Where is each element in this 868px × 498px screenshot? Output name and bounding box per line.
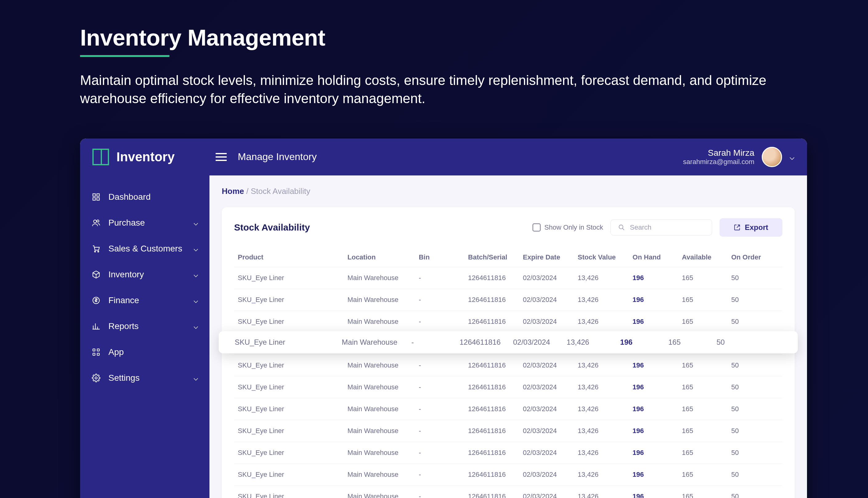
cell-stock-value: 13,426 [574, 267, 629, 289]
sidebar-item-app[interactable]: App [80, 339, 209, 365]
cell-stock-value: 13,426 [574, 289, 629, 311]
table-row[interactable]: SKU_Eye LinerMain Warehouse-126461181602… [234, 420, 782, 442]
cell-on-hand: 196 [629, 354, 678, 376]
cell-expire: 02/03/2024 [519, 289, 574, 311]
table-row[interactable]: SKU_Eye LinerMain Warehouse-126461181602… [234, 289, 782, 311]
cell-expire: 02/03/2024 [519, 267, 574, 289]
sidebar-item-label: Finance [108, 296, 186, 305]
cell-location: Main Warehouse [344, 463, 415, 485]
table-row[interactable]: SKU_Eye LinerMain Warehouse-126461181602… [234, 354, 782, 376]
chevron-down-icon: ⌵ [193, 373, 199, 383]
cell-bin: - [411, 338, 460, 346]
cell-location: Main Warehouse [344, 485, 415, 498]
col-location[interactable]: Location [344, 248, 415, 267]
cell-batch: 1264611816 [464, 442, 519, 463]
sidebar-item-inventory[interactable]: Inventory⌵ [80, 262, 209, 287]
svg-rect-1 [97, 194, 99, 196]
content-area: Home / Stock Availability Stock Availabi… [209, 175, 807, 498]
svg-rect-11 [93, 353, 95, 355]
app-shell: Inventory Manage Inventory Sarah Mirza s… [80, 139, 807, 498]
col-on-hand[interactable]: On Hand [629, 248, 678, 267]
cell-on-order: 50 [728, 267, 782, 289]
cell-bin: - [415, 420, 464, 442]
cell-stock-value: 13,426 [574, 463, 629, 485]
cell-on-hand: 196 [629, 267, 678, 289]
cell-location: Main Warehouse [342, 338, 411, 346]
cell-expire: 02/03/2024 [519, 354, 574, 376]
cell-available: 165 [678, 442, 728, 463]
cell-available: 165 [668, 338, 716, 346]
cell-available: 165 [678, 398, 728, 420]
cell-on-hand: 196 [629, 311, 678, 332]
panel-title: Stock Availability [234, 222, 525, 233]
sidebar-item-settings[interactable]: Settings⌵ [80, 365, 209, 391]
user-menu[interactable]: Sarah Mirza sarahmirza@gmail.com ⌵ [683, 147, 795, 167]
svg-rect-0 [93, 194, 95, 196]
search-input[interactable]: Search [611, 220, 712, 235]
user-name: Sarah Mirza [683, 148, 754, 158]
table-row[interactable]: SKU_Eye LinerMain Warehouse-126461181602… [234, 376, 782, 398]
cell-expire: 02/03/2024 [519, 442, 574, 463]
svg-rect-2 [93, 198, 95, 200]
table-row[interactable]: SKU_Eye LinerMain Warehouse-126461181602… [234, 463, 782, 485]
col-batch-serial[interactable]: Batch/Serial [464, 248, 519, 267]
checkbox-icon [533, 223, 540, 232]
hamburger-menu-button[interactable] [216, 153, 227, 161]
breadcrumb: Home / Stock Availability [222, 186, 795, 196]
col-on-order[interactable]: On Order [728, 248, 782, 267]
cell-on-order: 50 [728, 485, 782, 498]
sidebar-item-sales-customers[interactable]: Sales & Customers⌵ [80, 236, 209, 262]
cell-batch: 1264611816 [464, 420, 519, 442]
chevron-down-icon: ⌵ [193, 218, 199, 227]
cell-location: Main Warehouse [344, 442, 415, 463]
col-stock-value[interactable]: Stock Value [574, 248, 629, 267]
stock-table: ProductLocationBinBatch/SerialExpire Dat… [234, 248, 782, 498]
breadcrumb-current: Stock Availability [251, 186, 310, 196]
table-row[interactable]: SKU_Eye LinerMain Warehouse-126461181602… [234, 267, 782, 289]
cell-available: 165 [678, 354, 728, 376]
cell-on-order: 50 [728, 311, 782, 332]
page-section-title: Manage Inventory [238, 151, 683, 162]
cell-on-order: 50 [728, 376, 782, 398]
cell-stock-value: 13,426 [567, 338, 620, 346]
breadcrumb-home[interactable]: Home [222, 186, 244, 196]
reports-icon [91, 321, 101, 331]
cell-expire: 02/03/2024 [519, 376, 574, 398]
cell-available: 165 [678, 289, 728, 311]
cell-location: Main Warehouse [344, 267, 415, 289]
cell-stock-value: 13,426 [574, 376, 629, 398]
sidebar: DashboardPurchase⌵Sales & Customers⌵Inve… [80, 175, 209, 498]
col-product[interactable]: Product [234, 248, 344, 267]
table-row[interactable]: SKU_Eye LinerMain Warehouse-126461181602… [234, 398, 782, 420]
svg-rect-10 [97, 349, 100, 351]
export-button[interactable]: Export [719, 218, 782, 237]
sidebar-item-purchase[interactable]: Purchase⌵ [80, 210, 209, 236]
chevron-down-icon: ⌵ [790, 152, 795, 162]
avatar [762, 147, 782, 167]
cell-expire: 02/03/2024 [519, 463, 574, 485]
cart-icon [91, 244, 101, 253]
cell-expire: 02/03/2024 [519, 398, 574, 420]
cell-bin: - [415, 398, 464, 420]
cell-on-order: 50 [716, 338, 770, 346]
cell-product: SKU_Eye Liner [234, 289, 344, 311]
cell-batch: 1264611816 [464, 354, 519, 376]
svg-point-13 [95, 377, 97, 379]
table-row[interactable]: SKU_Eye LinerMain Warehouse-126461181602… [234, 485, 782, 498]
cell-on-hand: 196 [629, 289, 678, 311]
sidebar-item-finance[interactable]: Finance⌵ [80, 287, 209, 313]
sidebar-item-reports[interactable]: Reports⌵ [80, 313, 209, 339]
table-row[interactable]: SKU_Eye LinerMain Warehouse-126461181602… [234, 311, 782, 332]
cell-batch: 1264611816 [464, 398, 519, 420]
highlighted-row[interactable]: SKU_Eye LinerMain Warehouse-126461181602… [219, 331, 798, 353]
col-bin[interactable]: Bin [415, 248, 464, 267]
col-available[interactable]: Available [678, 248, 728, 267]
show-only-in-stock-toggle[interactable]: Show Only in Stock [533, 223, 603, 232]
sidebar-item-dashboard[interactable]: Dashboard [80, 184, 209, 210]
stock-panel: Stock Availability Show Only in Stock Se… [222, 207, 795, 498]
table-row[interactable]: SKU_Eye LinerMain Warehouse-126461181602… [234, 442, 782, 463]
svg-rect-12 [97, 353, 100, 355]
cell-expire: 02/03/2024 [519, 485, 574, 498]
col-expire-date[interactable]: Expire Date [519, 248, 574, 267]
svg-line-15 [623, 228, 624, 230]
